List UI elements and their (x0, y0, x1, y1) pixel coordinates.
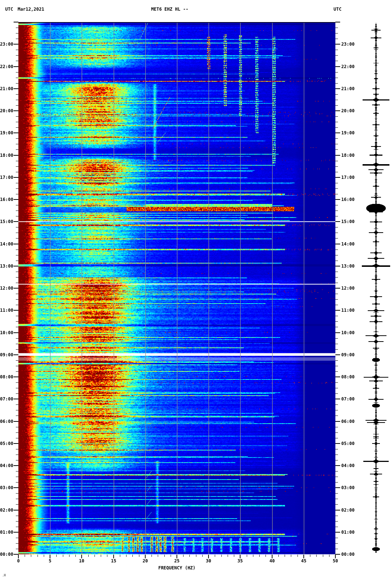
time-label-right: 00:00 (341, 552, 363, 557)
freq-tick-label: 5 (39, 558, 61, 563)
time-label-left: 21:00 (0, 86, 13, 91)
time-label-left: 04:00 (0, 463, 13, 468)
header-date: Mar12,2021 (18, 7, 44, 12)
time-label-left: 16:00 (0, 197, 13, 202)
time-label-right: 19:00 (341, 130, 363, 135)
time-label-right: 18:00 (341, 153, 363, 158)
time-label-right: 21:00 (341, 86, 363, 91)
time-label-left: 07:00 (0, 396, 13, 402)
time-label-right: 07:00 (341, 396, 363, 402)
time-label-right: 10:00 (341, 330, 363, 335)
header-utc-right: UTC (334, 7, 342, 12)
freq-tick-label: 50 (324, 558, 346, 563)
time-label-left: 08:00 (0, 374, 13, 379)
time-label-left: 17:00 (0, 175, 13, 180)
freq-tick-label: 0 (7, 558, 29, 563)
time-label-right: 11:00 (341, 308, 363, 313)
time-label-left: 10:00 (0, 330, 13, 335)
time-label-right: 06:00 (341, 419, 363, 424)
spectrogram-figure-canvas (0, 0, 392, 583)
time-label-left: 00:00 (0, 552, 13, 557)
x-axis-label: FREQUENCY (HZ) (122, 565, 232, 570)
time-label-right: 12:00 (341, 286, 363, 291)
corner-mark: .H (2, 574, 6, 577)
freq-tick-label: 30 (197, 558, 220, 563)
freq-tick-label: 25 (166, 558, 188, 563)
time-label-right: 16:00 (341, 197, 363, 202)
time-label-left: 14:00 (0, 241, 13, 247)
time-label-left: 13:00 (0, 264, 13, 269)
time-label-left: 01:00 (0, 530, 13, 535)
figure-title: MET6 EHZ HL -- (151, 7, 188, 12)
time-label-right: 01:00 (341, 530, 363, 535)
time-label-right: 05:00 (341, 441, 363, 446)
time-label-right: 14:00 (341, 241, 363, 247)
time-label-left: 18:00 (0, 153, 13, 158)
time-label-left: 09:00 (0, 352, 13, 357)
time-label-right: 13:00 (341, 264, 363, 269)
time-label-right: 04:00 (341, 463, 363, 468)
time-label-right: 08:00 (341, 374, 363, 379)
time-label-left: 19:00 (0, 130, 13, 135)
time-label-left: 03:00 (0, 485, 13, 490)
time-label-right: 20:00 (341, 108, 363, 113)
freq-tick-label: 20 (134, 558, 156, 563)
time-label-right: 15:00 (341, 219, 363, 224)
time-label-left: 05:00 (0, 441, 13, 446)
freq-tick-label: 45 (293, 558, 315, 563)
time-label-right: 02:00 (341, 508, 363, 513)
spectrogram-page: UTC Mar12,2021 MET6 EHZ HL -- UTC 23:002… (0, 0, 392, 583)
time-label-right: 22:00 (341, 64, 363, 69)
time-label-left: 02:00 (0, 508, 13, 513)
freq-tick-label: 15 (103, 558, 125, 563)
freq-tick-label: 10 (71, 558, 93, 563)
time-label-left: 06:00 (0, 419, 13, 424)
time-label-right: 17:00 (341, 175, 363, 180)
time-label-left: 20:00 (0, 108, 13, 113)
freq-tick-label: 35 (229, 558, 251, 563)
freq-tick-label: 40 (261, 558, 283, 563)
time-label-left: 11:00 (0, 308, 13, 313)
time-label-left: 23:00 (0, 42, 13, 47)
time-label-right: 09:00 (341, 352, 363, 357)
time-label-left: 22:00 (0, 64, 13, 69)
time-label-left: 12:00 (0, 286, 13, 291)
header-utc-left: UTC (5, 7, 13, 12)
time-label-right: 23:00 (341, 42, 363, 47)
time-label-left: 15:00 (0, 219, 13, 224)
time-label-right: 03:00 (341, 485, 363, 490)
